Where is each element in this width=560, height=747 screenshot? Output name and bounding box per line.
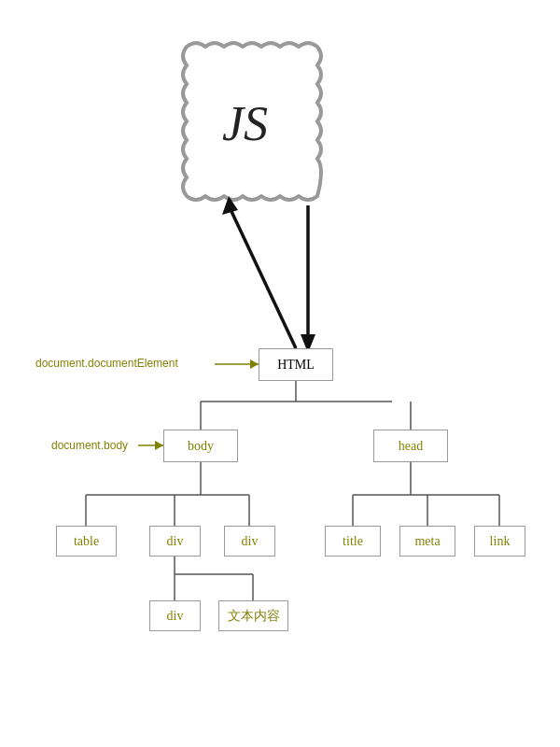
node-text: 文本内容 (218, 600, 288, 631)
node-table: table (56, 526, 117, 557)
svg-marker-5 (250, 359, 259, 369)
label-document-body: document.body (51, 439, 128, 452)
diagram: JS HTML document.documentElement body he… (0, 0, 560, 747)
svg-line-0 (229, 205, 296, 348)
js-box: JS (173, 42, 317, 205)
node-div3: div (149, 600, 201, 631)
node-body: body (163, 430, 238, 462)
node-head: head (373, 430, 448, 462)
node-link: link (474, 526, 525, 557)
node-div2: div (224, 526, 275, 557)
svg-marker-7 (155, 441, 163, 450)
node-meta: meta (399, 526, 455, 557)
label-document-element: document.documentElement (35, 357, 178, 370)
js-label: JS (222, 96, 268, 151)
node-div1: div (149, 526, 201, 557)
node-title: title (325, 526, 381, 557)
node-html: HTML (259, 348, 333, 381)
